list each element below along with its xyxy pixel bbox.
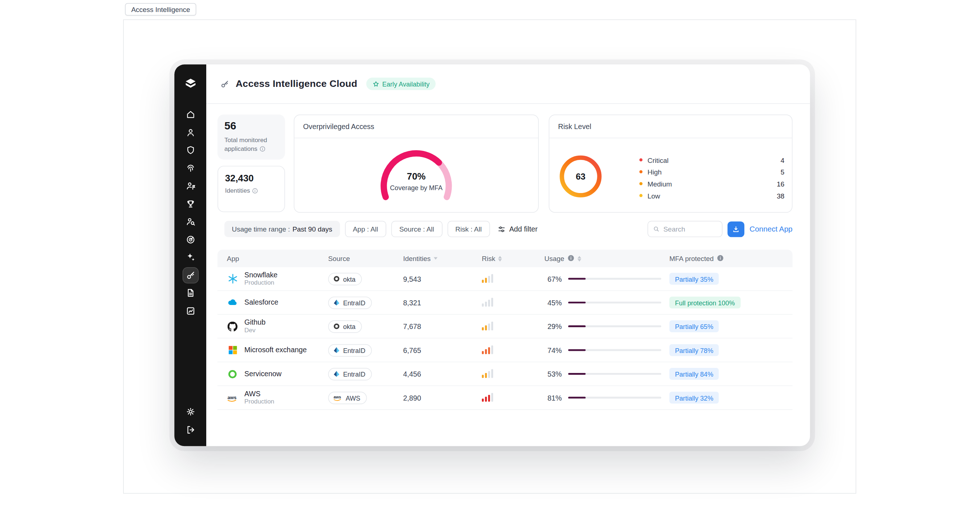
app-name: Salesforce <box>244 298 278 307</box>
table-row[interactable]: Servicenow EntraID 4,456 53% Partially 8… <box>218 362 793 386</box>
connect-app-button[interactable]: Connect App <box>749 225 792 233</box>
usage-progress-bar <box>568 301 661 303</box>
app-filter-chip[interactable]: App : All <box>345 221 386 237</box>
stat-total-apps: 56 Total monitored applications <box>218 115 285 160</box>
gauge-caption: Coverage by MFA <box>369 184 463 192</box>
app-name: Microsoft exchange <box>244 346 307 355</box>
risk-legend-item: Low38 <box>640 190 784 202</box>
legend-dot <box>640 194 643 197</box>
identities-count: 7,678 <box>403 322 482 330</box>
risk-bars-icon <box>482 369 493 378</box>
info-icon[interactable] <box>259 145 266 154</box>
key-icon <box>220 79 229 89</box>
sidebar-item-user-search[interactable] <box>183 214 197 229</box>
table-row[interactable]: Github Dev okta 7,678 29% Partially 65% <box>218 315 793 338</box>
column-app[interactable]: App <box>227 255 328 262</box>
app-environment: Production <box>244 398 274 406</box>
usage-progress-bar <box>568 373 661 375</box>
usage-progress-fill <box>568 397 586 399</box>
mfa-badge: Partially 84% <box>670 368 719 380</box>
time-range-filter-chip[interactable]: Usage time range :Past 90 days <box>224 221 340 237</box>
app-icon <box>227 368 238 380</box>
app-name: Github <box>244 318 266 327</box>
risk-bars-icon <box>482 345 493 354</box>
column-identities[interactable]: Identities <box>403 255 482 262</box>
access-intelligence-tab[interactable]: Access Intelligence <box>125 3 196 16</box>
source-filter-chip[interactable]: Source : All <box>391 221 442 237</box>
legend-dot <box>640 158 643 161</box>
search-icon <box>653 225 659 233</box>
info-icon[interactable] <box>251 188 258 196</box>
sidebar-item-fingerprint[interactable] <box>183 161 197 176</box>
legend-dot <box>640 170 643 173</box>
risk-score-donut: 63 <box>560 155 602 198</box>
source-icon <box>333 370 340 377</box>
svg-text:aws: aws <box>227 394 236 400</box>
column-mfa-protected[interactable]: MFA protected <box>670 254 793 262</box>
sidebar-item-document[interactable] <box>183 285 197 300</box>
source-name: EntraID <box>343 346 365 354</box>
app-name: AWS <box>244 389 274 398</box>
app-icon <box>227 273 238 284</box>
table-row[interactable]: Salesforce EntraID 8,321 45% Full protec… <box>218 291 793 314</box>
apps-table: App Source Identities Risk Usage MFA pro… <box>218 250 793 410</box>
column-usage[interactable]: Usage <box>544 254 669 262</box>
usage-percent: 67% <box>544 275 562 283</box>
source-name: EntraID <box>343 299 365 306</box>
app-icon <box>227 345 238 356</box>
risk-legend: Critical4High5Medium16Low38 <box>640 154 784 201</box>
sidebar-item-trophy[interactable] <box>183 196 197 211</box>
table-header: App Source Identities Risk Usage MFA pro… <box>218 250 793 267</box>
table-row[interactable]: Microsoft exchange EntraID 6,765 74% Par… <box>218 338 793 362</box>
info-icon[interactable] <box>717 254 724 262</box>
mfa-badge: Full protection 100% <box>670 297 741 309</box>
legend-count: 16 <box>777 180 784 188</box>
trophy-icon <box>185 199 195 209</box>
column-risk[interactable]: Risk <box>482 255 544 262</box>
document-icon <box>185 288 195 298</box>
column-source[interactable]: Source <box>328 255 403 262</box>
sidebar-item-user-flag[interactable] <box>183 179 197 193</box>
user-icon <box>185 127 195 137</box>
app-environment: Dev <box>244 327 266 335</box>
usage-progress-fill <box>568 373 586 375</box>
sidebar-item-shield[interactable] <box>183 142 197 157</box>
add-filter-button[interactable]: Add filter <box>498 225 538 233</box>
sidebar-item-users[interactable] <box>183 125 197 140</box>
risk-bars-icon <box>482 297 493 306</box>
sidebar-item-settings[interactable] <box>183 404 197 419</box>
usage-progress-fill <box>568 325 586 327</box>
sort-icon[interactable] <box>578 255 581 261</box>
sort-icon[interactable] <box>434 257 438 260</box>
identities-count: 9,543 <box>403 275 482 283</box>
legend-label: Low <box>648 192 660 200</box>
table-row[interactable]: aws AWS Production awsAWS 2,890 81% Part… <box>218 386 793 410</box>
export-button[interactable] <box>728 221 745 237</box>
risk-filter-chip[interactable]: Risk : All <box>447 221 490 237</box>
sidebar-item-target[interactable] <box>183 232 197 247</box>
usage-progress-fill <box>568 278 586 280</box>
app-icon <box>227 297 238 308</box>
sidebar-item-logout[interactable] <box>183 422 197 437</box>
sidebar-item-home[interactable] <box>183 107 197 122</box>
info-icon[interactable] <box>568 254 574 262</box>
usage-progress-bar <box>568 278 661 280</box>
identities-count: 4,456 <box>403 370 482 378</box>
usage-percent: 74% <box>544 346 562 354</box>
table-row[interactable]: Snowflake Production okta 9,543 67% Part… <box>218 267 793 291</box>
app-logo-icon[interactable] <box>183 77 197 93</box>
sidebar-item-chart[interactable] <box>183 303 197 318</box>
source-name: EntraID <box>343 370 365 378</box>
usage-progress-fill <box>568 301 586 303</box>
risk-score: 63 <box>560 172 602 182</box>
sidebar-bottom <box>183 404 197 437</box>
chart-icon <box>185 306 195 316</box>
sort-icon[interactable] <box>498 255 502 261</box>
search-box[interactable] <box>648 221 723 237</box>
search-input[interactable] <box>663 225 717 233</box>
shield-icon <box>185 145 195 155</box>
sidebar-item-access-intelligence[interactable] <box>183 268 197 283</box>
gauge-value: 70% <box>369 171 463 181</box>
card-header: Access Intelligence Cloud Early Availabi… <box>206 64 810 104</box>
sidebar-item-sparkles[interactable] <box>183 250 197 265</box>
